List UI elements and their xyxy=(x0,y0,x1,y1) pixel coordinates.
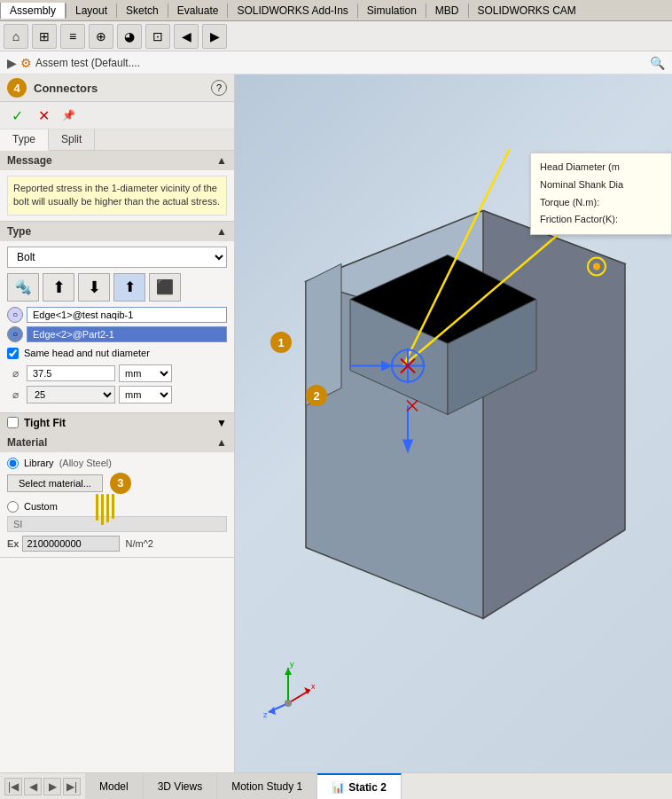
bolt-icon-btn[interactable]: 🔩 xyxy=(7,273,39,302)
type-section: Type ▲ Bolt Pin Spring Bearing Link Rigi… xyxy=(0,222,234,413)
ribbon-crosshair-icon[interactable]: ⊕ xyxy=(89,24,113,49)
ribbon-grid-icon[interactable]: ⊞ xyxy=(32,24,57,49)
step-4-badge: 4 xyxy=(7,78,27,98)
pin-button[interactable]: 📌 xyxy=(60,107,76,123)
status-bar: |◀ ◀ ▶ ▶| Model 3D Views Motion Study 1 … xyxy=(0,772,672,799)
edge1-row: ○ xyxy=(7,307,227,323)
svg-point-31 xyxy=(285,700,292,707)
diameter-icon: ⌀ xyxy=(7,365,23,381)
type-label: Type xyxy=(7,225,31,238)
search-icon[interactable]: 🔍 xyxy=(650,56,665,70)
bottom-tab-strip: Model 3D Views Motion Study 1 📊 Static 2 xyxy=(85,773,402,799)
select-material-button[interactable]: Select material... xyxy=(7,474,103,492)
material-section-header[interactable]: Material ▲ xyxy=(0,433,234,452)
bolt-icon-btn3[interactable]: ⬇ xyxy=(78,273,110,302)
bolt-icon-btn5[interactable]: ⬛ xyxy=(149,273,181,302)
bolt-icon-btn2[interactable]: ⬆ xyxy=(43,273,74,302)
same-diameter-checkbox[interactable] xyxy=(7,348,19,359)
ribbon-export-icon[interactable]: ⊡ xyxy=(145,24,170,49)
type-section-header[interactable]: Type ▲ xyxy=(0,222,234,241)
menu-layout[interactable]: Layout xyxy=(66,3,116,19)
ex-unit: N/m^2 xyxy=(125,538,152,549)
value1-unit[interactable]: mm in xyxy=(119,364,172,382)
action-bar: ✓ ✕ 📌 xyxy=(0,102,234,129)
tight-fit-collapse-icon: ▼ xyxy=(216,417,227,429)
ribbon-home-icon[interactable]: ⌂ xyxy=(4,24,28,49)
static-2-tab[interactable]: 📊 Static 2 xyxy=(317,773,402,799)
library-radio[interactable] xyxy=(7,458,19,469)
menu-assembly[interactable]: Assembly xyxy=(0,3,66,19)
panel-content: Message ▲ Reported stress in the 1-diame… xyxy=(0,151,234,772)
tab-type[interactable]: Type xyxy=(0,129,49,151)
custom-radio[interactable] xyxy=(7,501,19,513)
step-1-label: 1 xyxy=(270,332,292,353)
menu-sketch[interactable]: Sketch xyxy=(117,3,168,19)
menu-solidworks-addins[interactable]: SOLIDWORKS Add-Ins xyxy=(228,3,356,19)
nav-first-btn[interactable]: |◀ xyxy=(4,778,22,795)
alloy-label: (Alloy Steel) xyxy=(59,458,112,468)
ex-input[interactable] xyxy=(22,536,120,552)
tight-fit-checkbox[interactable] xyxy=(7,417,19,428)
bolt-icon-btn4[interactable]: ⬆ xyxy=(113,273,145,302)
tight-fit-section[interactable]: Tight Fit ▼ xyxy=(0,413,234,433)
message-body: Reported stress in the 1-diameter vicini… xyxy=(0,170,234,221)
custom-label: Custom xyxy=(24,501,58,512)
view-area: Head Diameter (m Nominal Shank Dia Torqu… xyxy=(235,74,672,772)
edge2-input[interactable] xyxy=(27,326,227,342)
ribbon-prev-icon[interactable]: ◀ xyxy=(174,24,199,49)
axis-indicator: x y z xyxy=(262,659,315,724)
nav-buttons: |◀ ◀ ▶ ▶| xyxy=(0,778,85,795)
step-2-label: 2 xyxy=(306,385,327,406)
nav-next-btn[interactable]: ▶ xyxy=(43,778,61,795)
library-row: Library (Alloy Steel) xyxy=(7,458,227,469)
edge1-input[interactable] xyxy=(27,307,227,323)
edge1-icon: ○ xyxy=(7,307,23,323)
tab-split[interactable]: Split xyxy=(49,129,95,150)
svg-point-17 xyxy=(593,263,600,270)
value2-unit[interactable]: mm in xyxy=(119,386,172,403)
menu-solidworks-cam[interactable]: SOLIDWORKS CAM xyxy=(469,3,585,19)
model-tab[interactable]: Model xyxy=(85,773,144,799)
value1-input[interactable] xyxy=(27,365,115,381)
ribbon-next-icon[interactable]: ▶ xyxy=(202,24,227,49)
motion-study-tab[interactable]: Motion Study 1 xyxy=(217,773,317,799)
help-button[interactable]: ? xyxy=(211,80,227,96)
ribbon-list-icon[interactable]: ≡ xyxy=(60,24,85,49)
value2-select[interactable]: 25 30 20 xyxy=(27,386,115,403)
same-diameter-label: Same head and nut diameter xyxy=(24,348,150,358)
confirm-button[interactable]: ✓ xyxy=(7,106,27,125)
material-collapse-icon: ▲ xyxy=(216,436,227,449)
assembly-icon: ⚙ xyxy=(20,56,32,70)
type-body: Bolt Pin Spring Bearing Link Rigid 🔩 ⬆ ⬇… xyxy=(0,241,234,412)
tight-fit-label: Tight Fit xyxy=(24,417,66,429)
menu-mbd[interactable]: MBD xyxy=(426,3,468,19)
expand-icon[interactable]: ▶ xyxy=(7,56,17,70)
message-section-header[interactable]: Message ▲ xyxy=(0,151,234,170)
left-panel: 4 Connectors ? ✓ ✕ 📌 Type Split Message … xyxy=(0,74,235,772)
material-body: Library (Alloy Steel) Select material...… xyxy=(0,452,234,557)
type-dropdown[interactable]: Bolt Pin Spring Bearing Link Rigid xyxy=(7,247,227,268)
main-layout: 4 Connectors ? ✓ ✕ 📌 Type Split Message … xyxy=(0,74,672,772)
message-box: Reported stress in the 1-diameter vicini… xyxy=(7,176,227,215)
menu-simulation[interactable]: Simulation xyxy=(358,3,426,19)
cancel-button[interactable]: ✕ xyxy=(34,106,53,125)
nav-last-btn[interactable]: ▶| xyxy=(63,778,81,795)
panel-title: Connectors xyxy=(34,82,98,95)
edge-input-group: ○ ○ xyxy=(7,307,227,342)
ribbon-chart-icon[interactable]: ◕ xyxy=(117,24,142,49)
library-label: Library xyxy=(24,458,54,468)
edge2-row: ○ xyxy=(7,326,227,342)
tooltip-popup: Head Diameter (m Nominal Shank Dia Torqu… xyxy=(530,153,672,235)
type-icons: 🔩 ⬆ ⬇ ⬆ ⬛ xyxy=(7,273,227,302)
ex-row: Ex N/m^2 xyxy=(7,536,227,552)
svg-marker-3 xyxy=(306,264,341,406)
material-label: Material xyxy=(7,436,47,449)
tooltip-line4: Friction Factor(K): xyxy=(540,211,662,229)
menu-evaluate[interactable]: Evaluate xyxy=(168,3,228,19)
ribbon-toolbar: ⌂ ⊞ ≡ ⊕ ◕ ⊡ ◀ ▶ xyxy=(0,21,672,51)
step-3-badge: 3 xyxy=(110,473,131,494)
tooltip-line2: Nominal Shank Dia xyxy=(540,176,662,194)
3d-views-tab[interactable]: 3D Views xyxy=(144,773,217,799)
ex-label: Ex xyxy=(7,538,19,549)
nav-prev-btn[interactable]: ◀ xyxy=(24,778,42,795)
